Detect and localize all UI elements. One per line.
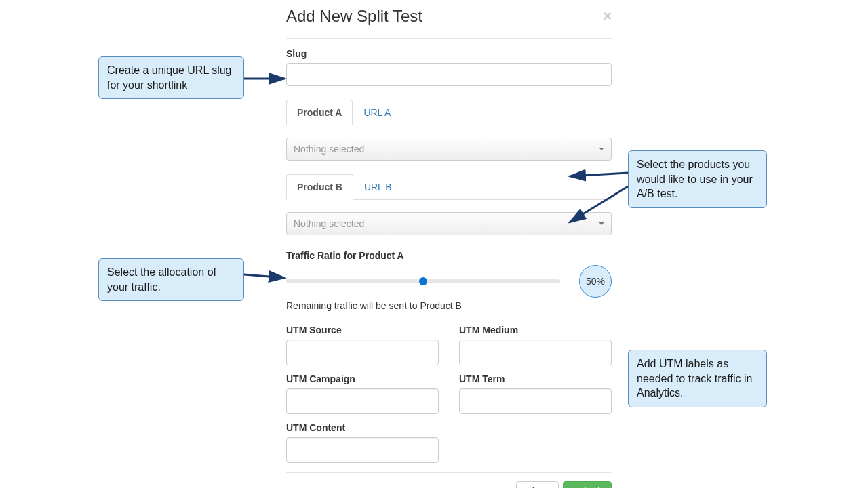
utm-campaign-label: UTM Campaign bbox=[286, 373, 439, 384]
tab-url-a[interactable]: URL A bbox=[353, 100, 401, 125]
utm-grid: UTM Source UTM Medium UTM Campaign UTM T… bbox=[286, 325, 612, 470]
callout-utm: Add UTM labels as needed to track traffi… bbox=[628, 350, 767, 407]
product-a-select-label: Nothing selected bbox=[294, 144, 364, 155]
modal-title: Add New Split Test bbox=[286, 7, 422, 26]
product-b-select[interactable]: Nothing selected bbox=[286, 212, 612, 235]
utm-term-label: UTM Term bbox=[459, 373, 612, 384]
submit-button[interactable]: Submit bbox=[563, 481, 612, 488]
tab-url-b[interactable]: URL B bbox=[353, 174, 403, 200]
traffic-ratio-slider[interactable] bbox=[286, 279, 560, 283]
divider bbox=[286, 472, 612, 473]
product-a-tabs: Product A URL A bbox=[286, 100, 612, 125]
close-icon[interactable]: × bbox=[603, 9, 612, 24]
add-split-test-modal: Add New Split Test × Slug Product A URL … bbox=[286, 7, 612, 488]
chevron-down-icon bbox=[599, 222, 604, 225]
product-b-select-label: Nothing selected bbox=[294, 218, 364, 229]
traffic-ratio-note: Remaining traffic will be sent to Produc… bbox=[286, 300, 612, 311]
slider-thumb[interactable] bbox=[419, 277, 427, 285]
modal-header: Add New Split Test × bbox=[286, 7, 612, 39]
utm-medium-label: UTM Medium bbox=[459, 325, 612, 336]
product-a-select[interactable]: Nothing selected bbox=[286, 138, 612, 161]
svg-line-3 bbox=[244, 274, 285, 278]
slug-label: Slug bbox=[286, 48, 612, 59]
traffic-ratio-label: Traffic Ratio for Product A bbox=[286, 250, 612, 261]
utm-source-label: UTM Source bbox=[286, 325, 439, 336]
slug-input[interactable] bbox=[286, 63, 612, 86]
tab-product-a[interactable]: Product A bbox=[286, 100, 353, 125]
callout-slug: Create a unique URL slug for your shortl… bbox=[98, 56, 244, 99]
chevron-down-icon bbox=[599, 148, 604, 150]
utm-campaign-input[interactable] bbox=[286, 388, 439, 414]
utm-medium-input[interactable] bbox=[459, 340, 612, 365]
product-b-tabs: Product B URL B bbox=[286, 174, 612, 200]
callout-products: Select the products you would like to us… bbox=[628, 150, 767, 208]
modal-footer: Close Submit bbox=[286, 481, 612, 488]
traffic-ratio-badge: 50% bbox=[579, 265, 612, 298]
modal-body: Slug Product A URL A Nothing selected Pr… bbox=[286, 39, 612, 488]
close-button[interactable]: Close bbox=[516, 481, 559, 488]
utm-content-label: UTM Content bbox=[286, 422, 439, 433]
utm-content-input[interactable] bbox=[286, 437, 439, 463]
utm-term-input[interactable] bbox=[459, 388, 612, 414]
tab-product-b[interactable]: Product B bbox=[286, 174, 353, 200]
utm-source-input[interactable] bbox=[286, 340, 439, 365]
traffic-ratio-section: Traffic Ratio for Product A 50% Remainin… bbox=[286, 250, 612, 311]
callout-traffic: Select the allocation of your traffic. bbox=[98, 258, 244, 301]
